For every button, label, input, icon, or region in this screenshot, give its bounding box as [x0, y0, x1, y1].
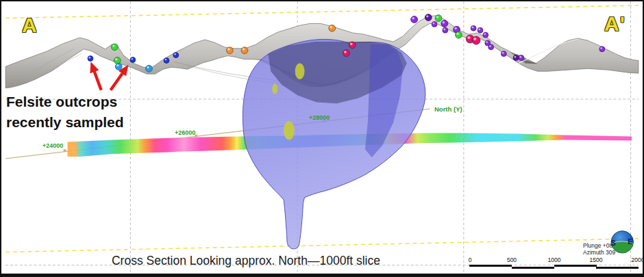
- drill-collar-point[interactable]: [343, 50, 349, 57]
- drill-collar-highlight: [502, 52, 504, 54]
- drill-collar-highlight: [443, 29, 445, 31]
- drill-collar-point[interactable]: [226, 47, 233, 54]
- drill-collar-highlight: [454, 27, 456, 29]
- drill-collar-highlight: [478, 29, 480, 31]
- drill-collar-highlight: [412, 17, 414, 19]
- drill-collar-point[interactable]: [456, 31, 462, 38]
- scale-tick-1000: 1000: [548, 256, 561, 263]
- drill-collar-point[interactable]: [478, 27, 483, 33]
- drill-collar-point[interactable]: [349, 42, 356, 49]
- view-info: Plunge +08 Azimuth 309: [583, 242, 615, 256]
- drill-collar-highlight: [519, 56, 521, 58]
- axis-tick-24000: +24000: [42, 142, 63, 149]
- drill-collar-point[interactable]: [472, 36, 480, 44]
- annotation-arrows: [94, 70, 123, 90]
- north-axis-label: North (Y): [434, 105, 462, 113]
- drill-collar-point[interactable]: [329, 25, 336, 31]
- drill-collar-point[interactable]: [146, 65, 153, 72]
- drill-collar-highlight: [473, 38, 476, 40]
- drill-collar-point[interactable]: [443, 27, 448, 33]
- felsite-model-body[interactable]: [243, 39, 425, 248]
- drill-collar-point[interactable]: [488, 44, 494, 50]
- drill-collar-point[interactable]: [241, 47, 248, 54]
- scale-bar-blocks: [469, 265, 639, 269]
- drill-collar-point[interactable]: [173, 53, 179, 58]
- felsite-annotation-line1: Felsite outcrops: [6, 92, 124, 112]
- drill-collar-highlight: [467, 36, 470, 39]
- figure-caption: Cross Section Looking approx. North—1000…: [85, 254, 407, 268]
- scale-tick-1500: 1500: [590, 256, 603, 263]
- drill-collar-highlight: [344, 51, 346, 53]
- felsite-annotation: Felsite outcrops recently sampled: [6, 92, 124, 133]
- drill-collar-highlight: [456, 33, 458, 35]
- drill-collar-highlight: [112, 44, 114, 47]
- drill-collar-point[interactable]: [111, 44, 118, 51]
- drill-collar-point[interactable]: [88, 56, 93, 62]
- drill-collar-highlight: [131, 58, 133, 60]
- drill-collar-highlight: [227, 48, 230, 50]
- drill-collar-point[interactable]: [425, 14, 432, 21]
- ball-letter-e: E: [628, 237, 632, 246]
- drill-collar-highlight: [514, 56, 516, 58]
- drill-collar-point[interactable]: [432, 21, 437, 27]
- drill-collar-highlight: [330, 26, 332, 28]
- drill-collar-point[interactable]: [115, 63, 122, 70]
- axis-tick-28000: +28000: [309, 114, 330, 121]
- drill-collar-point[interactable]: [130, 57, 136, 63]
- drill-collar-highlight: [116, 64, 119, 66]
- axis-tick-26000: +26000: [175, 129, 195, 136]
- drill-collar-highlight: [88, 57, 90, 59]
- scale-tick-2000: 2000: [632, 256, 644, 263]
- drill-collar-point[interactable]: [519, 55, 524, 61]
- drill-collar-highlight: [489, 45, 491, 47]
- drill-collar-highlight: [164, 59, 166, 61]
- drill-collar-point[interactable]: [164, 58, 169, 64]
- drill-collar-highlight: [600, 47, 602, 49]
- view-azimuth: Azimuth 309: [583, 249, 615, 256]
- drill-collar-highlight: [426, 15, 428, 17]
- drill-collar-highlight: [472, 27, 474, 29]
- drill-collar-point[interactable]: [501, 51, 506, 57]
- drill-collar-highlight: [433, 23, 435, 25]
- section-label-a-prime: A': [604, 12, 626, 36]
- drill-collar-point[interactable]: [471, 25, 476, 31]
- cross-section-viewport[interactable]: S E A A' Felsite outcrops recently sampl…: [0, 0, 644, 277]
- drill-collar-highlight: [147, 66, 149, 68]
- drill-collar-highlight: [243, 48, 245, 50]
- drill-collar-point[interactable]: [441, 21, 448, 27]
- drill-collar-point[interactable]: [513, 55, 519, 61]
- drill-collar-highlight: [486, 41, 488, 43]
- drill-collar-highlight: [174, 53, 176, 55]
- drill-collar-point[interactable]: [599, 47, 605, 52]
- drill-collar-highlight: [115, 58, 117, 60]
- scene-canvas[interactable]: S E: [1, 1, 643, 274]
- drill-collar-highlight: [350, 42, 352, 44]
- scale-bar: 0 500 1000 1500 2000: [469, 256, 639, 270]
- felsite-annotation-line2: recently sampled: [6, 112, 124, 133]
- drill-collar-point[interactable]: [483, 32, 488, 38]
- drill-collar-point[interactable]: [411, 16, 418, 23]
- drill-collar-highlight: [484, 33, 486, 35]
- drill-collar-point[interactable]: [435, 15, 442, 22]
- drill-collar-highlight: [443, 21, 445, 23]
- scale-tick-500: 500: [507, 256, 517, 263]
- drill-collar-highlight: [436, 16, 438, 18]
- section-label-a: A: [22, 14, 38, 37]
- scale-tick-0: 0: [469, 256, 472, 263]
- drill-collar-point[interactable]: [114, 57, 121, 64]
- view-plunge: Plunge +08: [583, 242, 615, 249]
